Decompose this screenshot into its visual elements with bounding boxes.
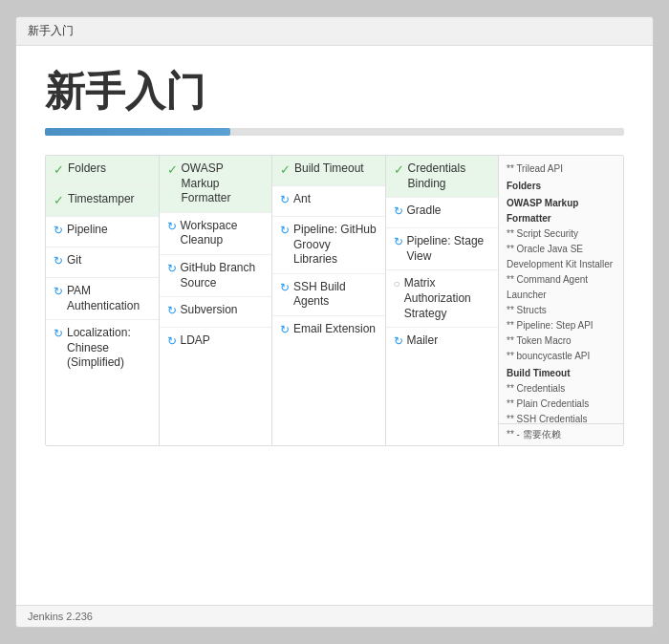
dep-line: ** Credentials bbox=[507, 381, 615, 397]
list-item[interactable]: ↻ PAM Authentication bbox=[46, 278, 159, 320]
plugin-label: LDAP bbox=[181, 333, 210, 349]
hero-section: 新手入门 bbox=[45, 65, 624, 136]
list-item[interactable]: ↻ Gradle bbox=[386, 198, 499, 228]
refresh-icon: ↻ bbox=[54, 254, 63, 268]
main-content: 新手入门 ✓ Folders ✓ Timestamper ↻ Pipeline bbox=[16, 46, 653, 605]
refresh-icon: ↻ bbox=[280, 224, 290, 237]
dep-line: ** Structs bbox=[507, 303, 615, 318]
details-col: ** Trilead API Folders OWASP Markup Form… bbox=[499, 156, 623, 445]
circle-icon: ○ bbox=[394, 277, 400, 290]
dep-line: ** Oracle Java SE Development Kit Instal… bbox=[507, 242, 615, 272]
main-window: 新手入门 新手入门 ✓ Folders ✓ Timestamper ↻ bbox=[15, 16, 654, 628]
plugin-label: Pipeline: Stage View bbox=[407, 234, 491, 264]
plugin-col-1: ✓ Folders ✓ Timestamper ↻ Pipeline ↻ Git… bbox=[46, 156, 160, 445]
list-item[interactable]: ↻ Mailer bbox=[386, 328, 499, 358]
plugin-label: Timestamper bbox=[68, 192, 135, 207]
plugin-label: Git bbox=[67, 253, 81, 268]
check-icon: ✓ bbox=[54, 193, 64, 207]
window-title: 新手入门 bbox=[28, 24, 74, 37]
refresh-icon: ↻ bbox=[54, 327, 63, 340]
list-item[interactable]: ✓ OWASP Markup Formatter bbox=[160, 156, 272, 213]
jenkins-version: Jenkins 2.236 bbox=[28, 611, 93, 622]
refresh-icon: ↻ bbox=[167, 262, 177, 275]
list-item[interactable]: ↻ LDAP bbox=[160, 328, 272, 358]
footer-note: ** - 需要依赖 bbox=[499, 423, 623, 445]
plugin-label: SSH Build Agents bbox=[293, 280, 378, 310]
dep-line: ** Token Macro bbox=[507, 333, 615, 349]
refresh-icon: ↻ bbox=[54, 285, 63, 298]
plugin-col-2: ✓ OWASP Markup Formatter ↻ Workspace Cle… bbox=[160, 156, 273, 445]
list-item[interactable]: ↻ Pipeline: GitHub Groovy Libraries bbox=[272, 217, 385, 274]
check-icon: ✓ bbox=[280, 162, 291, 177]
list-item[interactable]: ✓ Credentials Binding bbox=[386, 156, 499, 198]
list-item[interactable]: ↻ Email Extension bbox=[272, 316, 385, 347]
list-item[interactable]: ↻ Ant bbox=[272, 186, 385, 217]
list-item[interactable]: ↻ GitHub Branch Source bbox=[160, 255, 272, 297]
list-item[interactable]: ↻ Pipeline: Stage View bbox=[386, 228, 499, 270]
plugin-label: Subversion bbox=[181, 303, 238, 318]
dep-line: ** Plain Credentials bbox=[507, 397, 615, 412]
plugin-col-3: ✓ Build Timeout ↻ Ant ↻ Pipeline: GitHub… bbox=[272, 156, 386, 445]
section-title: Build Timeout bbox=[507, 366, 615, 381]
plugin-label: Matrix Authorization Strategy bbox=[404, 276, 490, 321]
dep-line: ** bouncycastle API bbox=[507, 349, 615, 364]
title-bar: 新手入门 bbox=[16, 17, 653, 46]
progress-bar-fill bbox=[45, 128, 230, 136]
refresh-icon: ↻ bbox=[54, 224, 63, 237]
plugin-label: Localization: Chinese (Simplified) bbox=[67, 326, 151, 371]
list-item[interactable]: ↻ SSH Build Agents bbox=[272, 274, 385, 316]
dep-line: ** Script Security bbox=[507, 226, 615, 242]
check-icon: ✓ bbox=[394, 162, 404, 177]
refresh-icon: ↻ bbox=[280, 193, 290, 206]
list-item[interactable]: ↻ Subversion bbox=[160, 297, 272, 328]
footer-note-text: ** - 需要依赖 bbox=[507, 429, 561, 440]
refresh-icon: ↻ bbox=[167, 220, 177, 233]
plugin-col-4: ✓ Credentials Binding ↻ Gradle ↻ Pipelin… bbox=[386, 156, 500, 445]
plugin-label: Email Extension bbox=[293, 322, 376, 337]
section-title: Folders bbox=[507, 179, 615, 194]
plugin-label: Build Timeout bbox=[294, 161, 364, 177]
plugin-label: Workspace Cleanup bbox=[181, 219, 265, 248]
dep-line: ** SSH Credentials bbox=[507, 412, 615, 423]
list-item[interactable]: ↻ Localization: Chinese (Simplified) bbox=[46, 320, 159, 376]
progress-bar-container bbox=[45, 128, 624, 136]
details-content: ** Trilead API Folders OWASP Markup Form… bbox=[499, 156, 623, 423]
list-item[interactable]: ○ Matrix Authorization Strategy bbox=[386, 270, 499, 328]
list-item[interactable]: ✓ Folders bbox=[46, 156, 159, 186]
plugin-label: Gradle bbox=[407, 204, 442, 219]
list-item[interactable]: ↻ Git bbox=[46, 247, 159, 278]
plugin-label: GitHub Branch Source bbox=[181, 261, 265, 290]
plugin-label: PAM Authentication bbox=[67, 284, 151, 313]
footer-bar: Jenkins 2.236 bbox=[16, 605, 653, 627]
plugin-label: Pipeline: GitHub Groovy Libraries bbox=[293, 223, 378, 268]
refresh-icon: ↻ bbox=[394, 204, 403, 218]
check-icon: ✓ bbox=[167, 162, 178, 177]
plugin-label: OWASP Markup Formatter bbox=[182, 161, 265, 206]
plugin-label: Folders bbox=[68, 161, 106, 177]
dep-line: ** Pipeline: Step API bbox=[507, 318, 615, 333]
list-item[interactable]: ↻ Pipeline bbox=[46, 217, 159, 247]
plugin-label: Credentials Binding bbox=[408, 161, 491, 191]
plugin-label: Ant bbox=[293, 192, 311, 207]
plugin-label: Pipeline bbox=[67, 223, 108, 238]
plugin-label: Mailer bbox=[407, 333, 439, 349]
hero-title: 新手入门 bbox=[45, 65, 624, 118]
list-item[interactable]: ✓ Build Timeout bbox=[272, 156, 385, 186]
list-item[interactable]: ↻ Workspace Cleanup bbox=[160, 213, 272, 255]
refresh-icon: ↻ bbox=[394, 334, 403, 348]
refresh-icon: ↻ bbox=[167, 304, 177, 317]
refresh-icon: ↻ bbox=[394, 235, 403, 248]
dep-line: ** Trilead API bbox=[507, 161, 615, 177]
list-item[interactable]: ✓ Timestamper bbox=[46, 186, 159, 217]
plugins-grid: ✓ Folders ✓ Timestamper ↻ Pipeline ↻ Git… bbox=[45, 155, 624, 446]
check-icon: ✓ bbox=[54, 162, 64, 177]
refresh-icon: ↻ bbox=[167, 334, 177, 348]
section-title: OWASP Markup Formatter bbox=[507, 196, 615, 226]
refresh-icon: ↻ bbox=[280, 281, 290, 294]
dep-line: ** Command Agent Launcher bbox=[507, 272, 615, 303]
refresh-icon: ↻ bbox=[280, 323, 290, 336]
